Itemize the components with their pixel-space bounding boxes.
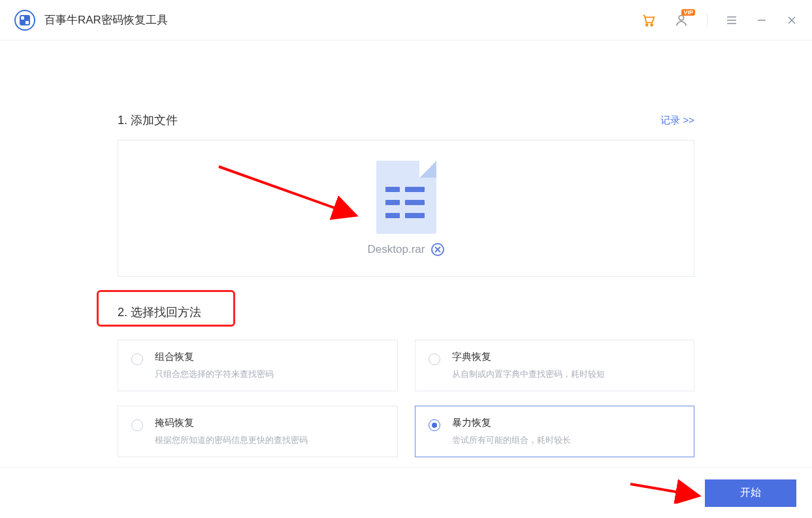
user-icon[interactable]: VIP (674, 13, 689, 27)
minimize-icon[interactable] (756, 14, 768, 26)
method-desc: 从自制或内置字典中查找密码，耗时较短 (452, 368, 605, 380)
method-title: 掩码恢复 (155, 417, 308, 429)
start-button[interactable]: 开始 (705, 479, 796, 507)
radio-icon (131, 419, 143, 431)
method-desc: 根据您所知道的密码信息更快的查找密码 (155, 434, 308, 446)
methods-grid: 组合恢复只组合您选择的字符来查找密码字典恢复从自制或内置字典中查找密码，耗时较短… (118, 340, 694, 457)
step2-title: 2. 选择找回方法 (118, 304, 694, 320)
method-option-1[interactable]: 字典恢复从自制或内置字典中查找密码，耗时较短 (415, 340, 695, 391)
method-option-3[interactable]: 暴力恢复尝试所有可能的组合，耗时较长 (415, 406, 695, 457)
radio-icon (429, 419, 440, 431)
menu-icon[interactable] (726, 14, 738, 26)
footer: 开始 (0, 467, 812, 518)
titlebar: 百事牛RAR密码恢复工具 VIP (0, 0, 812, 40)
method-title: 字典恢复 (452, 351, 605, 363)
svg-point-1 (651, 24, 653, 25)
app-logo (14, 10, 35, 31)
method-option-0[interactable]: 组合恢复只组合您选择的字符来查找密码 (118, 340, 398, 391)
file-icon (376, 161, 436, 234)
step1-title: 1. 添加文件 (118, 112, 178, 128)
svg-point-0 (646, 24, 648, 25)
radio-icon (429, 353, 440, 365)
cart-icon[interactable] (641, 13, 656, 27)
method-title: 暴力恢复 (452, 417, 571, 429)
records-link[interactable]: 记录 >> (660, 114, 694, 127)
file-dropzone[interactable]: Desktop.rar (118, 140, 694, 277)
method-desc: 尝试所有可能的组合，耗时较长 (452, 434, 571, 446)
method-title: 组合恢复 (155, 351, 274, 363)
method-desc: 只组合您选择的字符来查找密码 (155, 368, 274, 380)
separator (707, 13, 707, 27)
method-option-2[interactable]: 掩码恢复根据您所知道的密码信息更快的查找密码 (118, 406, 398, 457)
remove-file-button[interactable] (431, 243, 444, 256)
app-title: 百事牛RAR密码恢复工具 (44, 12, 168, 27)
close-icon[interactable] (786, 14, 798, 26)
filename-label: Desktop.rar (368, 243, 425, 256)
radio-icon (131, 353, 143, 365)
vip-badge: VIP (681, 9, 695, 16)
svg-point-2 (679, 15, 683, 20)
